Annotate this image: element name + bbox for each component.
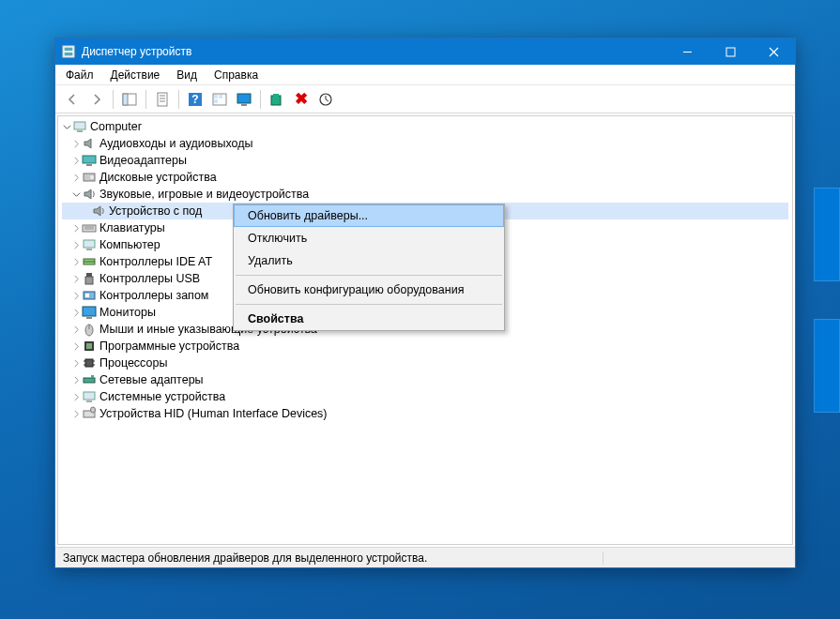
chevron-right-icon[interactable] — [71, 157, 81, 165]
menu-separator — [236, 275, 502, 276]
display-button[interactable] — [233, 88, 255, 111]
monitor-icon — [82, 305, 97, 320]
svg-rect-16 — [214, 99, 218, 103]
display-adapter-icon — [82, 153, 97, 168]
chevron-right-icon[interactable] — [71, 393, 81, 401]
chevron-right-icon[interactable] — [71, 241, 81, 249]
tree-node[interactable]: Звуковые, игровые и видеоустройства — [62, 186, 788, 203]
audio-io-icon — [82, 136, 97, 151]
menu-file[interactable]: Файл — [57, 66, 102, 84]
svg-rect-15 — [219, 95, 222, 98]
status-text: Запуск мастера обновления драйверов для … — [59, 551, 603, 565]
tree-node[interactable]: Процессоры — [62, 355, 788, 371]
tree-node-label: Системные устройства — [99, 390, 229, 403]
ctx-properties[interactable]: Свойства — [234, 308, 504, 330]
install-legacy-button[interactable] — [266, 88, 288, 111]
desktop-tile — [814, 319, 840, 413]
svg-rect-3 — [683, 52, 692, 53]
chevron-right-icon[interactable] — [71, 410, 81, 418]
menu-view[interactable]: Вид — [168, 66, 206, 84]
window-title: Диспетчер устройств — [82, 45, 665, 58]
chevron-right-icon[interactable] — [71, 292, 81, 300]
chevron-right-icon[interactable] — [71, 359, 81, 368]
chevron-right-icon[interactable] — [71, 342, 81, 351]
svg-rect-6 — [123, 94, 128, 105]
close-button[interactable] — [752, 38, 795, 65]
tree-node-label: Контроллеры запом — [99, 289, 212, 302]
svg-rect-38 — [85, 294, 89, 297]
svg-rect-25 — [86, 164, 92, 166]
svg-rect-44 — [86, 343, 92, 349]
cpu-icon — [82, 355, 97, 370]
computer-icon — [72, 119, 87, 134]
ctx-delete[interactable]: Удалить — [234, 249, 504, 272]
scan-hardware-button[interactable] — [314, 88, 337, 111]
menu-help[interactable]: Справка — [206, 66, 267, 84]
svg-rect-23 — [77, 130, 83, 132]
back-button[interactable] — [61, 88, 84, 111]
chevron-right-icon[interactable] — [71, 275, 81, 283]
tree-node[interactable]: Сетевые адаптеры — [62, 371, 788, 388]
chevron-down-icon[interactable] — [62, 123, 71, 131]
disk-icon — [82, 170, 97, 185]
tree-node[interactable]: Системные устройства — [62, 388, 788, 405]
chevron-right-icon[interactable] — [71, 140, 81, 148]
chevron-right-icon[interactable] — [71, 258, 81, 266]
chevron-right-icon[interactable] — [71, 174, 81, 182]
delete-icon: ✖ — [295, 89, 308, 109]
menu-separator — [236, 304, 502, 305]
svg-rect-17 — [237, 94, 251, 103]
separator — [260, 90, 261, 109]
separator — [113, 90, 114, 109]
tree-node[interactable]: Устройства HID (Human Interface Devices) — [62, 405, 788, 422]
toolbar: ? ✖ — [55, 85, 795, 113]
sound-icon — [82, 187, 97, 202]
tree-node-label: Контроллеры IDE AT — [99, 255, 216, 268]
ctx-rescan[interactable]: Обновить конфигурацию оборудования — [234, 279, 504, 301]
tree-node-label: Звуковые, игровые и видеоустройства — [99, 188, 313, 201]
device-tree-panel: Computer Аудиовходы и аудиовыходыВидеоад… — [57, 115, 793, 545]
tree-node[interactable]: Программные устройства — [62, 338, 788, 355]
svg-rect-4 — [726, 48, 735, 56]
mouse-icon — [82, 322, 97, 337]
chevron-down-icon[interactable] — [71, 190, 81, 199]
tree-node[interactable]: Аудиовходы и аудиовыходы — [62, 135, 788, 152]
ctx-disable[interactable]: Отключить — [234, 227, 504, 249]
tree-root[interactable]: Computer — [62, 118, 788, 135]
uninstall-button[interactable]: ✖ — [290, 88, 313, 111]
show-hidden-button[interactable] — [208, 88, 231, 111]
tree-node-label: Устройства HID (Human Interface Devices) — [99, 407, 331, 420]
chevron-right-icon[interactable] — [71, 309, 81, 317]
tree-node-label: Программные устройства — [99, 340, 243, 353]
titlebar[interactable]: Диспетчер устройств — [55, 38, 795, 65]
app-icon — [61, 44, 76, 59]
separator — [145, 90, 146, 109]
tree-node[interactable]: Видеоадаптеры — [62, 152, 788, 169]
svg-rect-45 — [85, 359, 93, 367]
svg-rect-22 — [74, 122, 85, 129]
show-hide-tree-button[interactable] — [118, 88, 141, 111]
system-dev-icon — [82, 389, 97, 404]
chevron-right-icon[interactable] — [71, 376, 81, 385]
minimize-button[interactable] — [665, 38, 709, 65]
chevron-right-icon[interactable] — [71, 325, 81, 334]
sound-icon — [91, 204, 106, 219]
svg-rect-35 — [86, 273, 92, 277]
tree-leaf-label: Устройство с под — [109, 204, 206, 218]
statusbar: Запуск мастера обновления драйверов для … — [55, 547, 795, 567]
ctx-update-drivers[interactable]: Обновить драйверы... — [234, 204, 504, 227]
tree-node[interactable]: Дисковые устройства — [62, 169, 788, 186]
svg-rect-39 — [83, 307, 96, 316]
svg-rect-52 — [84, 392, 95, 400]
tree-node-label: Дисковые устройства — [99, 171, 221, 184]
chevron-right-icon[interactable] — [71, 224, 81, 233]
net-adapter-icon — [82, 372, 97, 387]
help-button[interactable]: ? — [184, 88, 206, 111]
maximize-button[interactable] — [709, 38, 752, 65]
forward-button[interactable] — [85, 88, 108, 111]
tree-node-label: Мониторы — [99, 306, 160, 319]
properties-button[interactable] — [151, 88, 174, 111]
svg-point-27 — [90, 175, 94, 179]
menu-action[interactable]: Действие — [102, 66, 169, 84]
svg-rect-51 — [91, 375, 94, 378]
